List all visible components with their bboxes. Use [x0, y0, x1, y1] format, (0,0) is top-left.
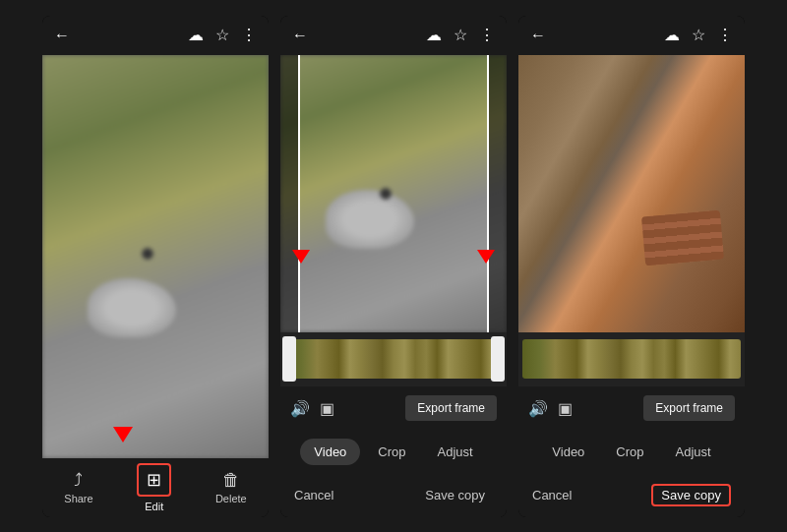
timeline-handle-left[interactable]	[282, 336, 296, 382]
screens-container: ← ☁ ☆ ⋮ ⤴ Share	[32, 6, 755, 527]
screen3-top-bar: ← ☁ ☆ ⋮	[518, 16, 745, 55]
screen2-photo	[280, 55, 507, 332]
edit-icon: ⊞	[147, 470, 161, 490]
screen1-photo	[42, 55, 269, 458]
s3-top-right: ☁ ☆ ⋮	[664, 26, 733, 44]
share-icon: ⤴	[74, 470, 83, 491]
share-label: Share	[64, 493, 92, 504]
tab-adjust[interactable]: Adjust	[424, 439, 487, 465]
s2-rock-element	[326, 190, 414, 249]
timeline-handle-right[interactable]	[491, 336, 505, 382]
photo-background	[42, 55, 269, 458]
edit-label: Edit	[145, 501, 163, 512]
tab-video[interactable]: Video	[300, 439, 360, 465]
screen2: ← ☁ ☆ ⋮	[280, 16, 507, 517]
s3-film-icon[interactable]: ▣	[558, 399, 573, 418]
s3-tab-crop[interactable]: Crop	[602, 439, 657, 465]
logs-element	[641, 210, 724, 266]
s3-save-copy-btn[interactable]: Save copy	[651, 484, 731, 506]
rock-element	[88, 278, 176, 337]
s3-tab-adjust[interactable]: Adjust	[662, 439, 725, 465]
s2-photo-dot	[380, 188, 392, 200]
screen2-controls: 🔊 ▣ Export frame	[280, 386, 507, 431]
s2-cancel-btn[interactable]: Cancel	[294, 488, 333, 502]
star-icon[interactable]: ☆	[215, 26, 229, 44]
screen2-action-bar: Cancel Save copy	[280, 474, 507, 517]
s3-back-icon[interactable]: ←	[530, 27, 546, 44]
delete-label: Delete	[215, 493, 247, 504]
more-icon[interactable]: ⋮	[241, 26, 257, 44]
s2-star-icon[interactable]: ☆	[454, 26, 467, 44]
delete-tool[interactable]: 🗑 Delete	[215, 470, 247, 504]
s3-timeline-strip	[522, 339, 741, 379]
s2-cloud-icon[interactable]: ☁	[426, 26, 442, 44]
screen3-controls: 🔊 ▣ Export frame	[518, 386, 745, 431]
s2-film-icon[interactable]: ▣	[320, 399, 334, 418]
screen3-action-bar: Cancel Save copy	[518, 474, 745, 517]
s3-volume-icon[interactable]: 🔊	[528, 399, 548, 418]
screen2-top-bar: ← ☁ ☆ ⋮	[280, 16, 507, 55]
s3-tab-video[interactable]: Video	[538, 439, 598, 465]
photo-dot	[142, 248, 153, 260]
screen1-bottom-toolbar: ⤴ Share ⊞ Edit 🗑 Delete	[42, 458, 269, 517]
screen1-top-bar: ← ☁ ☆ ⋮	[42, 16, 269, 55]
back-icon[interactable]: ←	[54, 27, 70, 44]
screen2-timeline	[280, 332, 507, 386]
timeline-strip	[284, 339, 503, 379]
s2-volume-icon[interactable]: 🔊	[290, 399, 310, 418]
screen3-tabs: Video Crop Adjust	[518, 431, 745, 474]
delete-icon: 🗑	[222, 470, 240, 491]
s2-more-icon[interactable]: ⋮	[479, 26, 495, 44]
edit-tool[interactable]: ⊞ Edit	[137, 463, 171, 512]
s2-photo-background	[280, 55, 507, 332]
s3-export-frame-btn[interactable]: Export frame	[643, 395, 735, 421]
s3-cancel-btn[interactable]: Cancel	[532, 488, 572, 502]
screen2-tabs: Video Crop Adjust	[280, 431, 507, 474]
s2-save-copy-btn[interactable]: Save copy	[417, 484, 493, 506]
screen1: ← ☁ ☆ ⋮ ⤴ Share	[42, 16, 269, 517]
cloud-icon[interactable]: ☁	[188, 26, 204, 44]
s3-star-icon[interactable]: ☆	[692, 26, 705, 44]
s3-photo-background	[518, 55, 745, 332]
share-tool[interactable]: ⤴ Share	[64, 470, 92, 504]
s2-top-right: ☁ ☆ ⋮	[426, 26, 495, 44]
export-frame-btn[interactable]: Export frame	[405, 395, 497, 421]
screen3-photo	[518, 55, 745, 332]
red-arrow-left	[292, 250, 310, 264]
top-bar-right-icons: ☁ ☆ ⋮	[188, 26, 257, 44]
red-arrow-right	[477, 250, 495, 264]
screen3: ← ☁ ☆ ⋮ 🔊 ▣ Export frame Video Crop	[518, 16, 745, 517]
s3-more-icon[interactable]: ⋮	[717, 26, 733, 44]
s2-back-icon[interactable]: ←	[292, 27, 308, 44]
s3-cloud-icon[interactable]: ☁	[664, 26, 680, 44]
tab-crop[interactable]: Crop	[364, 439, 419, 465]
screen3-timeline	[518, 332, 745, 386]
red-arrow-screen1	[113, 427, 133, 443]
